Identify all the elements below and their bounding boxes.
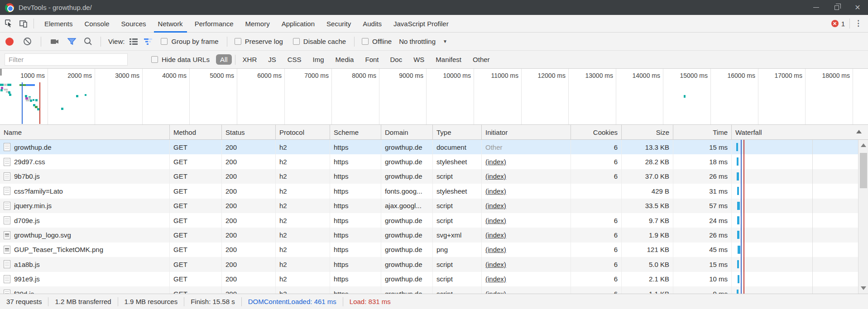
type-filter-all[interactable]: All bbox=[216, 54, 232, 65]
device-toolbar-button[interactable] bbox=[18, 18, 29, 29]
type-filter-other[interactable]: Other bbox=[469, 55, 494, 64]
throttling-dropdown[interactable]: No throttling ▼ bbox=[399, 38, 447, 45]
tab-performance[interactable]: Performance bbox=[189, 15, 240, 33]
table-row[interactable]: growthup.de GET 200 h2 https growthup.de… bbox=[0, 140, 868, 154]
screenshot-button[interactable] bbox=[50, 37, 59, 46]
initiator-link[interactable]: (index) bbox=[485, 217, 506, 224]
overview-request-dot bbox=[26, 84, 35, 86]
table-row[interactable]: jquery.min.js GET 200 h2 https ajax.goog… bbox=[0, 199, 868, 213]
tab-application[interactable]: Application bbox=[276, 15, 321, 33]
column-header-waterfall[interactable]: Waterfall bbox=[732, 125, 868, 139]
request-status: 200 bbox=[222, 272, 276, 286]
hide-data-urls-label: Hide data URLs bbox=[162, 56, 210, 63]
initiator-link[interactable]: (index) bbox=[485, 187, 506, 195]
table-row[interactable]: a1a8b.js GET 200 h2 https growthup.de sc… bbox=[0, 257, 868, 271]
initiator-link[interactable]: (index) bbox=[485, 158, 506, 166]
clear-icon bbox=[23, 37, 32, 46]
document-file-icon bbox=[4, 158, 10, 166]
type-filter-img[interactable]: Img bbox=[309, 55, 328, 64]
type-filter-css[interactable]: CSS bbox=[283, 55, 306, 64]
table-row[interactable]: css?family=Lato GET 200 h2 https fonts.g… bbox=[0, 184, 868, 198]
tab-console[interactable]: Console bbox=[79, 15, 115, 33]
document-file-icon bbox=[4, 143, 10, 151]
vertical-scrollbar[interactable] bbox=[858, 140, 868, 294]
request-name: growthup_logo.svg bbox=[14, 231, 71, 239]
group-by-frame-checkbox[interactable] bbox=[161, 38, 168, 45]
scroll-down-button[interactable] bbox=[858, 284, 868, 293]
initiator-link[interactable]: (index) bbox=[485, 202, 506, 209]
filter-toggle-button[interactable] bbox=[67, 37, 76, 46]
offline-checkbox[interactable] bbox=[362, 38, 369, 45]
column-header-type[interactable]: Type bbox=[433, 125, 482, 139]
column-header-name[interactable]: Name bbox=[0, 125, 170, 139]
scrollbar-thumb[interactable] bbox=[860, 153, 867, 188]
waterfall-bar bbox=[736, 143, 738, 151]
table-row[interactable]: d709e.js GET 200 h2 https growthup.de sc… bbox=[0, 213, 868, 228]
tab-security[interactable]: Security bbox=[321, 15, 357, 33]
request-size: 429 B bbox=[622, 184, 673, 198]
type-filter-font[interactable]: Font bbox=[361, 55, 383, 64]
tab-javascript-profiler[interactable]: JavaScript Profiler bbox=[388, 15, 455, 33]
column-header-domain[interactable]: Domain bbox=[381, 125, 433, 139]
initiator-link[interactable]: (index) bbox=[485, 290, 506, 294]
initiator-link[interactable]: (index) bbox=[485, 231, 506, 239]
request-size: 13.3 KB bbox=[622, 140, 673, 154]
request-status: 200 bbox=[222, 199, 276, 213]
table-row[interactable]: GUP_Teaser_TicketOMK.png GET 200 h2 http… bbox=[0, 242, 868, 257]
tab-sources[interactable]: Sources bbox=[115, 15, 152, 33]
search-button[interactable] bbox=[83, 37, 92, 46]
table-row[interactable]: growthup_logo.svg GET 200 h2 https growt… bbox=[0, 228, 868, 242]
type-filter-manifest[interactable]: Manifest bbox=[432, 55, 465, 64]
table-row[interactable]: 29d97.css GET 200 h2 https growthup.de s… bbox=[0, 154, 868, 169]
restore-button[interactable] bbox=[826, 0, 847, 15]
devtools-menu-button[interactable]: ⋮ bbox=[854, 22, 862, 25]
close-icon: ✕ bbox=[854, 4, 860, 11]
view-list-button[interactable] bbox=[129, 37, 138, 46]
initiator-link[interactable]: (index) bbox=[485, 261, 506, 268]
view-waterfall-button[interactable] bbox=[144, 37, 153, 46]
column-header-scheme[interactable]: Scheme bbox=[330, 125, 381, 139]
column-header-size[interactable]: Size bbox=[622, 125, 673, 139]
error-indicator[interactable]: ✕ 1 bbox=[831, 20, 845, 28]
waterfall-cell bbox=[732, 272, 868, 286]
overview-request-dot bbox=[26, 100, 29, 101]
preserve-log-checkbox[interactable] bbox=[235, 38, 241, 45]
column-header-method[interactable]: Method bbox=[170, 125, 222, 139]
scroll-up-button[interactable] bbox=[858, 141, 868, 150]
network-overview-timeline[interactable]: 1000 ms2000 ms3000 ms4000 ms5000 ms6000 … bbox=[0, 69, 868, 125]
restore-icon bbox=[834, 5, 839, 10]
type-filter-js[interactable]: JS bbox=[264, 55, 280, 64]
inspect-element-button[interactable] bbox=[4, 18, 14, 29]
type-filter-media[interactable]: Media bbox=[331, 55, 358, 64]
tab-audits[interactable]: Audits bbox=[357, 15, 388, 33]
column-header-initiator[interactable]: Initiator bbox=[482, 125, 571, 139]
tab-memory[interactable]: Memory bbox=[240, 15, 276, 33]
request-initiator: (index) bbox=[482, 154, 571, 169]
table-row[interactable]: 9b7b0.js GET 200 h2 https growthup.de sc… bbox=[0, 169, 868, 184]
initiator-link[interactable]: (index) bbox=[485, 246, 506, 253]
hide-data-urls-checkbox[interactable] bbox=[151, 56, 158, 63]
minimize-button[interactable] bbox=[806, 0, 826, 15]
disable-cache-checkbox[interactable] bbox=[293, 38, 300, 45]
type-filter-ws[interactable]: WS bbox=[409, 55, 428, 64]
tab-elements[interactable]: Elements bbox=[38, 15, 79, 33]
column-header-cookies[interactable]: Cookies bbox=[571, 125, 622, 139]
tab-network[interactable]: Network bbox=[152, 15, 189, 33]
column-header-time[interactable]: Time bbox=[673, 125, 732, 139]
table-row[interactable]: f30d.js GET 200 h2 https growthup.de scr… bbox=[0, 286, 868, 294]
type-filter-xhr[interactable]: XHR bbox=[239, 55, 261, 64]
table-row[interactable]: 991e9.js GET 200 h2 https growthup.de sc… bbox=[0, 272, 868, 286]
initiator-link[interactable]: (index) bbox=[485, 275, 506, 283]
filter-input[interactable] bbox=[5, 53, 128, 66]
close-button[interactable]: ✕ bbox=[847, 0, 868, 15]
clear-button[interactable] bbox=[23, 37, 32, 46]
timeline-gridline bbox=[568, 69, 569, 124]
record-button[interactable] bbox=[5, 38, 14, 46]
column-header-protocol[interactable]: Protocol bbox=[276, 125, 330, 139]
column-header-status[interactable]: Status bbox=[222, 125, 276, 139]
overview-request-dot bbox=[0, 89, 3, 91]
requests-table-body: growthup.de GET 200 h2 https growthup.de… bbox=[0, 140, 868, 294]
overview-request-dot bbox=[76, 95, 78, 97]
type-filter-doc[interactable]: Doc bbox=[386, 55, 406, 64]
initiator-link[interactable]: (index) bbox=[485, 172, 506, 180]
